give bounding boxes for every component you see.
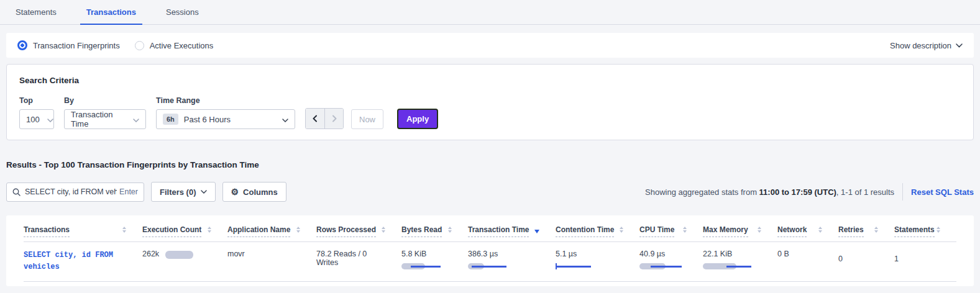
search-criteria-title: Search Criteria: [19, 76, 961, 85]
enter-hint[interactable]: Enter: [117, 187, 138, 196]
time-range-select[interactable]: 6h Past 6 Hours: [156, 109, 295, 129]
cell-execution-count: 262k: [142, 250, 227, 273]
sort-icon[interactable]: [296, 227, 300, 233]
sort-icon[interactable]: [448, 227, 452, 233]
chevron-down-icon: [40, 115, 53, 124]
cell-network: 0 B: [777, 250, 838, 273]
bytes-read-value: 5.8 KiB: [401, 250, 456, 258]
column-header-transactions[interactable]: Transactions: [24, 225, 142, 237]
cell-application-name: movr: [227, 250, 316, 273]
top-field: Top 100: [19, 96, 54, 129]
time-range-field: Time Range 6h Past 6 Hours: [156, 96, 295, 129]
filters-label: Filters (0): [160, 187, 196, 197]
tab-sessions[interactable]: Sessions: [160, 7, 205, 24]
sort-icon[interactable]: [208, 227, 211, 233]
filters-button[interactable]: Filters (0): [151, 182, 216, 202]
column-header-max-memory[interactable]: Max Memory: [703, 225, 777, 237]
column-header-transaction-time[interactable]: Transaction Time: [468, 225, 556, 237]
time-range-pagination: [305, 108, 344, 129]
transactions-table: Transactions Execution Count Application…: [6, 215, 974, 286]
top-select[interactable]: 100: [19, 109, 54, 129]
radio-label: Transaction Fingerprints: [33, 41, 120, 50]
radio-active-executions[interactable]: Active Executions: [135, 41, 214, 50]
columns-label: Columns: [243, 187, 278, 197]
tab-bar: Statements Transactions Sessions: [0, 0, 980, 25]
reset-sql-stats-link[interactable]: Reset SQL Stats: [911, 187, 974, 197]
cpu-time-bar: [639, 263, 682, 270]
table-header-row: Transactions Execution Count Application…: [24, 225, 956, 237]
now-button[interactable]: Now: [351, 109, 383, 129]
search-input[interactable]: [25, 187, 117, 196]
by-field: By Transaction Time: [64, 96, 146, 129]
apply-button[interactable]: Apply: [397, 109, 438, 129]
contention-time-bar: [556, 263, 591, 270]
by-select[interactable]: Transaction Time: [64, 109, 146, 129]
previous-range-button[interactable]: [306, 109, 324, 128]
chevron-down-icon: [275, 115, 288, 124]
search-criteria-controls: Top 100 By Transaction Time Time Range 6…: [19, 96, 961, 129]
chevron-down-icon: [126, 115, 139, 124]
stats-time-range: 11:00 to 17:59 (UTC): [759, 187, 836, 197]
cell-statements: 1: [894, 250, 956, 273]
chevron-down-icon: [956, 43, 963, 48]
results-heading: Results - Top 100 Transaction Fingerprin…: [6, 160, 974, 169]
sort-icon[interactable]: [122, 227, 126, 233]
contention-time-value: 5.1 µs: [556, 250, 627, 258]
chevron-down-icon: [201, 190, 207, 194]
max-memory-value: 22.1 KiB: [703, 250, 765, 258]
sort-icon-active[interactable]: [534, 227, 539, 233]
radio-unselected-icon[interactable]: [135, 41, 144, 50]
time-range-badge: 6h: [163, 114, 178, 125]
show-description-toggle[interactable]: Show description: [890, 41, 963, 50]
vertical-divider: [902, 183, 903, 201]
bytes-read-bar: [401, 263, 441, 270]
search-icon: [12, 188, 21, 196]
aggregated-stats-text: Showing aggregated stats from 11:00 to 1…: [645, 187, 894, 197]
cell-bytes-read: 5.8 KiB: [401, 250, 468, 273]
max-memory-bar: [703, 263, 751, 270]
radio-selected-icon[interactable]: [17, 40, 27, 50]
cell-max-memory: 22.1 KiB: [703, 250, 777, 273]
cell-transaction-time: 386.3 µs: [468, 250, 556, 273]
radio-transaction-fingerprints[interactable]: Transaction Fingerprints: [17, 40, 120, 50]
cell-rows-processed: 78.2 Reads / 0 Writes: [316, 250, 401, 273]
toolbar-right: Showing aggregated stats from 11:00 to 1…: [645, 183, 974, 201]
column-header-execution-count[interactable]: Execution Count: [142, 225, 227, 237]
radio-label: Active Executions: [150, 41, 214, 50]
column-header-cpu-time[interactable]: CPU Time: [639, 225, 703, 237]
tab-transactions[interactable]: Transactions: [80, 7, 142, 24]
show-description-label: Show description: [890, 41, 951, 50]
columns-button[interactable]: ⚙ Columns: [222, 182, 286, 202]
sort-icon[interactable]: [818, 227, 822, 233]
transaction-time-value: 386.3 µs: [468, 250, 543, 258]
sort-icon[interactable]: [758, 227, 761, 233]
by-label: By: [64, 96, 146, 105]
column-header-network[interactable]: Network: [777, 225, 838, 237]
time-range-label: Time Range: [156, 96, 295, 105]
column-header-rows-processed[interactable]: Rows Processed: [316, 225, 401, 237]
cell-contention-time: 5.1 µs: [556, 250, 639, 273]
tab-statements[interactable]: Statements: [9, 7, 63, 24]
transaction-time-bar: [468, 263, 506, 270]
sort-icon[interactable]: [382, 227, 385, 233]
column-header-application-name[interactable]: Application Name: [227, 225, 316, 237]
column-header-statements[interactable]: Statements: [894, 225, 956, 237]
sort-icon[interactable]: [936, 227, 940, 233]
sort-icon[interactable]: [874, 227, 878, 233]
column-header-retries[interactable]: Retries: [838, 225, 894, 237]
statement-search-box[interactable]: Enter: [6, 183, 144, 202]
results-toolbar: Enter Filters (0) ⚙ Columns Showing aggr…: [6, 182, 974, 202]
transaction-fingerprint-link[interactable]: SELECT city, id FROM vehicles: [24, 250, 123, 273]
column-header-contention-time[interactable]: Contention Time: [556, 225, 639, 237]
execution-count-value: 262k: [142, 250, 159, 258]
top-value: 100: [26, 115, 40, 124]
view-toggle-panel: Transaction Fingerprints Active Executio…: [6, 33, 974, 58]
table-row[interactable]: SELECT city, id FROM vehicles 262k movr …: [24, 242, 956, 273]
column-header-bytes-read[interactable]: Bytes Read: [401, 225, 468, 237]
search-criteria-card: Search Criteria Top 100 By Transaction T…: [6, 64, 974, 140]
row-divider: [24, 281, 956, 282]
next-range-button[interactable]: [324, 109, 343, 128]
execution-count-bar: [165, 250, 193, 258]
sort-icon[interactable]: [683, 227, 687, 233]
sort-icon[interactable]: [620, 227, 623, 233]
